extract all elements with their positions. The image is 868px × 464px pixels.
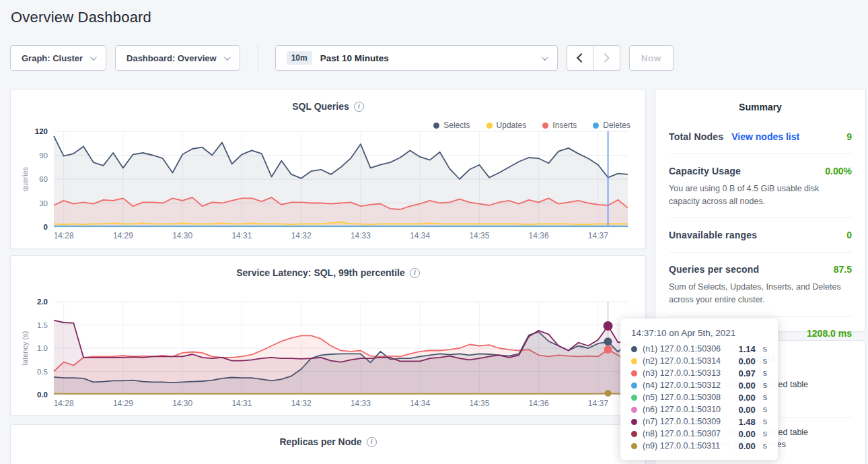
qps-label: Queries per second	[669, 264, 759, 275]
node-label: (n5) 127.0.0.1:50308	[643, 393, 721, 402]
tooltip-row: (n7) 127.0.0.1:503091.48s	[631, 416, 767, 428]
tooltip-row: (n6) 127.0.0.1:503100.00s	[631, 403, 767, 416]
chart-tooltip: 14:37:10 on Apr 5th, 2021 (n1) 127.0.0.1…	[620, 319, 778, 460]
p99-latency-value: 1208.0 ms	[807, 328, 852, 339]
node-label: (n8) 127.0.0.1:50307	[643, 429, 721, 438]
view-nodes-link[interactable]: View nodes list	[731, 131, 799, 142]
chevron-down-icon	[224, 54, 231, 61]
tooltip-row: (n5) 127.0.0.1:503080.00s	[631, 391, 767, 403]
capacity-label: Capacity Usage	[669, 166, 741, 176]
svg-text:14:28: 14:28	[54, 231, 74, 240]
node-label: (n3) 127.0.0.1:50313	[643, 368, 721, 378]
node-color-dot	[631, 419, 637, 425]
sql-queries-panel: SQL Queriesi SelectsUpdatesInsertsDelete…	[10, 89, 646, 249]
svg-text:latency (s): latency (s)	[21, 331, 29, 366]
capacity-row: Capacity Usage 0.00%	[669, 163, 852, 179]
latency-unit: s	[763, 393, 767, 402]
svg-text:14:37: 14:37	[588, 399, 608, 408]
service-latency-panel: Service Latency: SQL, 99th percentilei 0…	[10, 255, 646, 416]
toolbar-divider	[258, 45, 258, 71]
latency-unit: s	[763, 417, 767, 426]
total-nodes-label: Total Nodes	[669, 131, 723, 142]
qps-row: Queries per second 87.5	[669, 261, 852, 277]
node-label: (n1) 127.0.0.1:50306	[643, 344, 721, 354]
svg-text:14:34: 14:34	[410, 399, 430, 408]
node-label: (n4) 127.0.0.1:50312	[643, 380, 721, 390]
graph-dropdown-label: Graph: Cluster	[22, 53, 83, 63]
svg-text:0.5: 0.5	[37, 368, 48, 376]
service-latency-chart[interactable]: 0.00.51.01.52.014:2814:2914:3014:3114:32…	[19, 298, 639, 411]
svg-text:14:28: 14:28	[54, 399, 74, 408]
svg-text:2.0: 2.0	[37, 298, 48, 306]
range-step-buttons	[567, 45, 620, 71]
chart-title-row: Replicas per Nodei	[11, 425, 645, 447]
svg-text:14:33: 14:33	[351, 399, 371, 408]
tooltip-rows: (n1) 127.0.0.1:503061.14s(n2) 127.0.0.1:…	[631, 343, 767, 452]
unavailable-ranges-value: 0	[846, 230, 852, 240]
tooltip-row: (n1) 127.0.0.1:503061.14s	[631, 343, 767, 355]
chevron-down-icon	[542, 54, 548, 61]
info-icon[interactable]: i	[354, 102, 364, 112]
summary-title: Summary	[669, 102, 852, 112]
divider	[669, 316, 852, 317]
svg-text:14:32: 14:32	[291, 231, 312, 240]
next-range-button[interactable]	[593, 45, 620, 71]
now-button[interactable]: Now	[629, 45, 674, 71]
svg-text:0.0: 0.0	[37, 391, 48, 399]
node-latency-value: 0.00	[738, 429, 755, 439]
qps-value: 87.5	[834, 264, 852, 275]
svg-text:1.0: 1.0	[37, 344, 48, 352]
node-label: (n7) 127.0.0.1:50309	[643, 417, 721, 426]
total-nodes-row: Total Nodes View nodes list 9	[669, 129, 852, 145]
info-icon[interactable]: i	[367, 437, 377, 447]
capacity-desc: You are using 0 B of 4.5 GiB usable disk…	[669, 183, 852, 209]
node-color-dot	[631, 431, 637, 437]
svg-text:60: 60	[39, 175, 48, 183]
svg-text:1.5: 1.5	[37, 321, 48, 329]
node-color-dot	[631, 346, 637, 352]
node-label: (n2) 127.0.0.1:50314	[643, 356, 721, 366]
graph-dropdown[interactable]: Graph: Cluster	[10, 45, 106, 71]
node-latency-value: 0.00	[738, 393, 755, 403]
unavailable-ranges-row: Unavailable ranges 0	[669, 227, 852, 243]
dashboard-dropdown-label: Dashboard: Overview	[126, 53, 217, 63]
node-latency-value: 1.14	[738, 344, 755, 354]
total-nodes-value: 9	[846, 131, 852, 142]
tooltip-row: (n9) 127.0.0.1:503110.00s	[631, 440, 767, 452]
node-color-dot	[631, 395, 637, 401]
svg-text:14:34: 14:34	[410, 231, 430, 240]
chevron-left-icon	[577, 53, 586, 63]
chevron-right-icon	[600, 53, 610, 63]
divider	[669, 218, 852, 218]
capacity-value: 0.00%	[825, 166, 852, 176]
node-label: (n9) 127.0.0.1:50311	[643, 441, 720, 451]
info-icon[interactable]: i	[410, 268, 420, 278]
node-color-dot	[631, 370, 637, 376]
node-latency-value: 0.00	[738, 405, 755, 415]
svg-text:120: 120	[35, 127, 48, 135]
node-latency-value: 1.48	[738, 417, 755, 427]
tooltip-row: (n3) 127.0.0.1:503130.97s	[631, 367, 767, 379]
svg-text:14:33: 14:33	[351, 231, 371, 240]
svg-text:queries: queries	[21, 166, 29, 191]
time-range-dropdown[interactable]: 10m Past 10 Minutes	[275, 45, 558, 71]
svg-text:14:30: 14:30	[172, 399, 192, 408]
latency-unit: s	[763, 405, 767, 414]
node-latency-value: 0.97	[738, 368, 755, 378]
svg-text:30: 30	[39, 199, 48, 207]
chart-title-row: SQL Queriesi	[11, 90, 645, 112]
svg-text:14:31: 14:31	[231, 399, 252, 408]
node-color-dot	[631, 383, 637, 389]
sql-queries-chart[interactable]: 030609012014:2814:2914:3014:3114:3214:33…	[19, 127, 639, 243]
node-latency-value: 0.00	[738, 380, 755, 391]
node-latency-value: 0.00	[738, 356, 755, 366]
svg-text:14:35: 14:35	[469, 231, 489, 240]
divider	[669, 252, 852, 253]
summary-panel: Summary Total Nodes View nodes list 9 Ca…	[655, 89, 866, 332]
dashboard-dropdown[interactable]: Dashboard: Overview	[115, 45, 240, 71]
svg-text:14:35: 14:35	[469, 399, 489, 408]
prev-range-button[interactable]	[567, 45, 593, 71]
svg-text:14:36: 14:36	[529, 399, 549, 408]
time-range-label: Past 10 Minutes	[320, 53, 389, 63]
latency-unit: s	[763, 344, 767, 354]
